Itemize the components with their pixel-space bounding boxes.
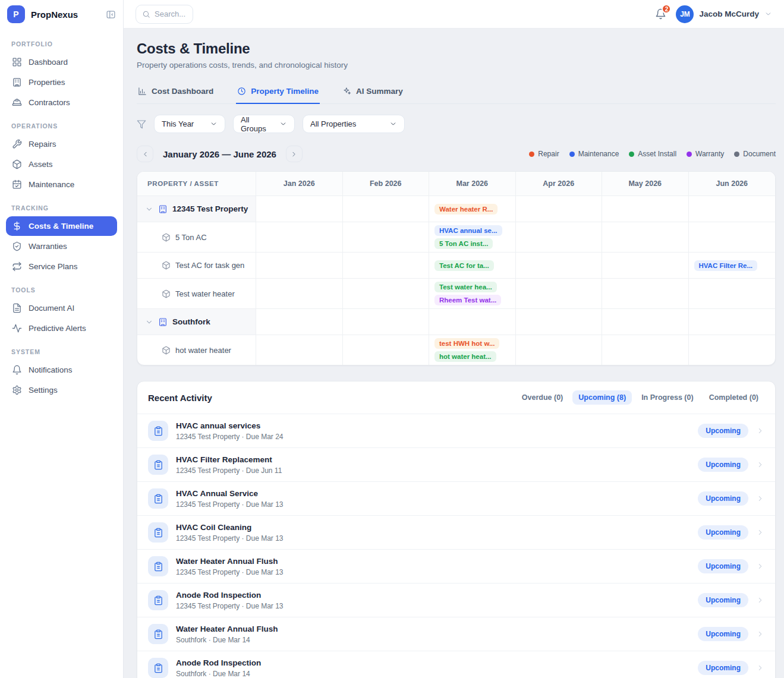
group-select[interactable]: All Groups <box>233 115 295 133</box>
activity-item-body: HVAC Filter Replacement12345 Test Proper… <box>176 455 690 475</box>
chevron-down-icon <box>145 318 153 326</box>
sidebar-item-notifications[interactable]: Notifications <box>6 360 117 380</box>
status-badge: Upcoming <box>698 491 748 506</box>
chevron-right-icon <box>756 562 764 570</box>
sidebar-item-predictive-alerts[interactable]: Predictive Alerts <box>6 318 117 338</box>
event-chip-install[interactable]: Test water hea... <box>434 282 497 292</box>
tab-property-timeline[interactable]: Property Timeline <box>236 81 320 104</box>
prev-period-button[interactable] <box>137 146 153 162</box>
sidebar-item-label: Dashboard <box>29 58 68 67</box>
chevron-right-icon <box>756 528 764 537</box>
activity-item-icon <box>148 556 168 576</box>
search-input[interactable] <box>155 10 187 18</box>
timeline-month-cell <box>516 196 603 222</box>
status-badge: Upcoming <box>698 424 748 438</box>
period-select[interactable]: This Year <box>154 115 225 133</box>
chevron-left-icon <box>141 150 149 158</box>
legend-dot <box>529 152 534 157</box>
chevron-right-icon <box>756 494 764 503</box>
search-box[interactable] <box>136 5 193 24</box>
activity-row[interactable]: HVAC Filter Replacement12345 Test Proper… <box>137 447 775 481</box>
timeline-asset-cell: 5 Ton AC <box>137 222 256 252</box>
event-chip-repair[interactable]: Water heater R... <box>434 204 498 215</box>
timeline-row: Test AC for task genTest AC for ta...HVA… <box>137 253 775 279</box>
timeline-month-cell <box>602 279 689 308</box>
clipboard-icon <box>153 629 163 639</box>
sidebar-item-document-ai[interactable]: Document AI <box>6 298 117 318</box>
timeline-property-cell[interactable]: Southfork <box>137 309 256 335</box>
sidebar-item-costs-timeline[interactable]: Costs & Timeline <box>6 216 117 236</box>
activity-row[interactable]: HVAC annual services12345 Test Property … <box>137 414 775 447</box>
activity-row[interactable]: HVAC Coil Cleaning12345 Test Property · … <box>137 515 775 549</box>
activity-filter-completed-0[interactable]: Completed (0) <box>703 390 764 405</box>
user-name: Jacob McCurdy <box>699 10 759 18</box>
activity-item-icon <box>148 522 168 543</box>
activity-row[interactable]: Water Heater Annual FlushSouthfork · Due… <box>137 617 775 651</box>
legend-label: Asset Install <box>638 150 676 158</box>
activity-item-icon <box>148 488 168 509</box>
timeline-month-cell: HVAC Filter Re... <box>689 253 776 278</box>
timeline-header-month: Jun 2026 <box>689 172 776 195</box>
asset-name: 5 Ton AC <box>175 233 207 242</box>
activity-filter-in-progress-0[interactable]: In Progress (0) <box>635 390 700 405</box>
package-icon <box>162 261 171 270</box>
timeline-header-row: PROPERTY / ASSETJan 2026Feb 2026Mar 2026… <box>137 172 775 196</box>
activity-filter-upcoming-8[interactable]: Upcoming (8) <box>572 390 632 405</box>
sidebar-item-contractors[interactable]: Contractors <box>6 93 117 112</box>
legend-dot <box>734 152 739 157</box>
notifications-button[interactable]: 2 <box>655 8 666 20</box>
repeat-icon <box>12 261 22 272</box>
sidebar-collapse-icon[interactable] <box>106 10 116 20</box>
activity-row[interactable]: Water Heater Annual Flush12345 Test Prop… <box>137 549 775 583</box>
sidebar-item-assets[interactable]: Assets <box>6 154 117 174</box>
sidebar-item-label: Predictive Alerts <box>29 324 86 333</box>
user-menu[interactable]: JM Jacob McCurdy <box>676 5 772 23</box>
event-chip-install[interactable]: hot water heat... <box>434 351 496 362</box>
event-chip-maintenance[interactable]: HVAC annual se... <box>434 225 502 236</box>
legend-item: Asset Install <box>629 150 676 158</box>
legend-label: Document <box>743 150 776 158</box>
calendar-check-icon <box>12 179 22 190</box>
activity-row[interactable]: Anode Rod Inspection12345 Test Property … <box>137 583 775 617</box>
hardhat-icon <box>12 97 22 108</box>
period-row: January 2026 — June 2026 RepairMaintenan… <box>137 146 776 162</box>
clipboard-icon <box>153 460 163 470</box>
sidebar-item-label: Service Plans <box>29 262 78 271</box>
timeline-month-cell <box>689 309 776 335</box>
event-chip-warranty[interactable]: Rheem Test wat... <box>434 295 501 305</box>
next-period-button[interactable] <box>286 146 303 162</box>
sidebar-item-repairs[interactable]: Repairs <box>6 134 117 154</box>
activity-header: Recent Activity Overdue (0)Upcoming (8)I… <box>137 381 775 414</box>
activity-row[interactable]: Anode Rod InspectionSouthfork · Due Mar … <box>137 651 775 678</box>
event-chip-repair[interactable]: test HWH hot w... <box>434 338 499 349</box>
sidebar-item-properties[interactable]: Properties <box>6 72 117 92</box>
bar-chart-icon <box>138 87 147 96</box>
sidebar-item-label: Settings <box>29 386 58 395</box>
search-icon <box>142 10 150 18</box>
event-chip-install[interactable]: Test AC for ta... <box>434 260 494 271</box>
timeline-month-cell <box>602 196 689 222</box>
status-badge: Upcoming <box>698 525 748 540</box>
asset-name: Test AC for task gen <box>175 261 244 270</box>
sidebar-item-warranties[interactable]: Warranties <box>6 236 117 256</box>
timeline-month-cell <box>256 196 343 222</box>
event-chip-install[interactable]: 5 Ton AC inst... <box>434 238 493 249</box>
tab-bar: Cost DashboardProperty TimelineAI Summar… <box>137 81 776 104</box>
sidebar-item-maintenance[interactable]: Maintenance <box>6 175 117 194</box>
event-chip-maintenance[interactable]: HVAC Filter Re... <box>694 260 758 271</box>
property-select[interactable]: All Properties <box>303 115 405 133</box>
clipboard-icon <box>153 595 163 606</box>
activity-item-meta: 12345 Test Property · Due Mar 13 <box>176 500 690 509</box>
activity-row[interactable]: HVAC Annual Service12345 Test Property ·… <box>137 481 775 515</box>
tab-ai-summary[interactable]: AI Summary <box>341 81 404 104</box>
sidebar-item-service-plans[interactable]: Service Plans <box>6 257 117 276</box>
activity-filter-overdue-0[interactable]: Overdue (0) <box>516 390 569 405</box>
chevron-down-icon <box>210 120 218 128</box>
dashboard-icon <box>12 57 22 67</box>
sidebar-item-settings[interactable]: Settings <box>6 380 117 400</box>
sidebar-item-label: Repairs <box>29 140 56 149</box>
legend-dot <box>569 152 575 157</box>
sidebar-item-dashboard[interactable]: Dashboard <box>6 52 117 72</box>
tab-cost-dashboard[interactable]: Cost Dashboard <box>137 81 215 104</box>
timeline-property-cell[interactable]: 12345 Test Property <box>137 196 256 222</box>
